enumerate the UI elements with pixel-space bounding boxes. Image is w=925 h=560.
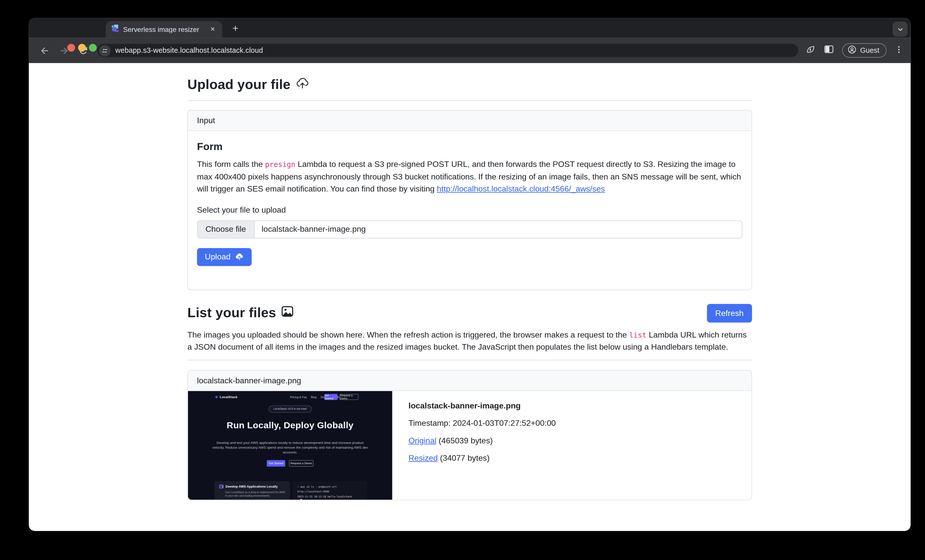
thumb-nav-pricing: Pricing & Faq bbox=[290, 396, 307, 399]
browser-tab[interactable]: Serverless image resizer ✕ bbox=[106, 21, 223, 38]
file-input-value: localstack-banner-image.png bbox=[255, 221, 373, 238]
divider bbox=[187, 360, 752, 360]
list-heading-text: List your files bbox=[187, 305, 276, 321]
resized-row: Resized (34077 bytes) bbox=[408, 454, 556, 462]
thumb-version-badge: LocalStack v3.0 is out now! bbox=[269, 405, 312, 412]
profile-chip[interactable]: Guest bbox=[842, 43, 887, 57]
page-container: Upload your file Input Form This form ca bbox=[187, 63, 752, 500]
thumb-brand-text: LocalStack bbox=[220, 395, 238, 398]
file-card-header: localstack-banner-image.png bbox=[188, 370, 751, 391]
thumb-terminal-line1: > aws s3 ls --endpoint-url http://localh… bbox=[297, 484, 363, 494]
file-card: localstack-banner-image.png bbox=[187, 370, 752, 500]
window-close-button[interactable] bbox=[67, 44, 75, 51]
file-thumbnail[interactable]: LocalStack Pricing & Faq Blog Docs Sign … bbox=[188, 391, 392, 500]
cloud-arrow-up-icon bbox=[295, 76, 309, 93]
ses-link[interactable]: http://localhost.localstack.cloud:4566/_… bbox=[437, 185, 605, 194]
resized-size: (34077 bytes) bbox=[438, 453, 490, 462]
thumb-feature-text: Use LocalStack as a drop-in replacement … bbox=[225, 491, 286, 498]
window-minimize-button[interactable] bbox=[78, 44, 86, 51]
file-name: localstack-banner-image.png bbox=[408, 401, 556, 410]
window-zoom-button[interactable] bbox=[89, 44, 97, 51]
upload-heading: Upload your file bbox=[187, 76, 752, 93]
input-card-body: Form This form calls the presign Lambda … bbox=[188, 131, 751, 289]
original-link[interactable]: Original bbox=[408, 436, 436, 445]
form-title: Form bbox=[197, 141, 743, 153]
browser-toolbar: webapp.s3-website.localhost.localstack.c… bbox=[29, 38, 911, 63]
file-card-body: LocalStack Pricing & Faq Blog Docs Sign … bbox=[188, 391, 751, 500]
thumb-navbar: LocalStack Pricing & Faq Blog Docs Sign … bbox=[188, 391, 392, 403]
tab-close-icon[interactable]: ✕ bbox=[208, 25, 217, 34]
site-info-icon[interactable] bbox=[99, 45, 110, 56]
url-text: webapp.s3-website.localhost.localstack.c… bbox=[115, 46, 263, 54]
thumb-request-demo-button: Request a Demo bbox=[339, 394, 359, 400]
menu-kebab-icon[interactable] bbox=[894, 45, 903, 56]
list-heading: List your files bbox=[187, 305, 294, 321]
thumb-cta-request-demo: Request a Demo bbox=[289, 460, 313, 467]
image-icon bbox=[281, 305, 294, 321]
browser-window: Serverless image resizer ✕ + bbox=[29, 18, 911, 531]
battery-saver-leaf-icon[interactable] bbox=[805, 44, 816, 57]
upload-button[interactable]: Upload bbox=[197, 248, 252, 266]
refresh-button-label: Refresh bbox=[715, 309, 744, 318]
file-input[interactable]: Choose file localstack-banner-image.png bbox=[197, 220, 743, 238]
tab-title: Serverless image resizer bbox=[123, 26, 208, 33]
input-card: Input Form This form calls the presign L… bbox=[187, 110, 752, 290]
web-content: Upload your file Input Form This form ca bbox=[29, 63, 911, 531]
thumb-terminal-line3: > bbox=[297, 499, 363, 500]
tab-strip: Serverless image resizer ✕ + bbox=[29, 18, 911, 38]
form-desc-text-1: This form calls the bbox=[197, 160, 265, 169]
guest-avatar-icon bbox=[848, 45, 857, 56]
refresh-button[interactable]: Refresh bbox=[707, 304, 752, 322]
tab-search-chevron-icon[interactable] bbox=[893, 22, 908, 37]
list-description: The images you uploaded should be shown … bbox=[187, 329, 752, 354]
resized-link[interactable]: Resized bbox=[408, 453, 438, 462]
screenshot-stage: Serverless image resizer ✕ + bbox=[0, 0, 925, 560]
file-timestamp: Timestamp: 2024-01-03T07:27:52+00:00 bbox=[408, 419, 556, 427]
toolbar-right-icons: Guest bbox=[805, 43, 903, 57]
list-code: list bbox=[629, 331, 646, 339]
list-desc-text-1: The images you uploaded should be shown … bbox=[187, 330, 629, 339]
list-heading-row: List your files Refresh bbox=[187, 304, 752, 322]
thumb-nav-blog: Blog bbox=[311, 396, 316, 399]
choose-file-button[interactable]: Choose file bbox=[197, 221, 255, 238]
thumb-terminal-line2: 2023-11-15 10:12:18 hello-localstack bbox=[297, 494, 363, 499]
upload-button-label: Upload bbox=[205, 252, 230, 261]
original-row: Original (465039 bytes) bbox=[408, 437, 556, 445]
thumb-feature-card: Develop AWS Applications Locally Use Loc… bbox=[214, 481, 290, 500]
new-tab-button[interactable]: + bbox=[228, 21, 243, 37]
thumb-feature-icon bbox=[219, 484, 223, 488]
thumb-hero-title: Run Locally, Deploy Globally bbox=[188, 420, 392, 430]
form-description: This form calls the presign Lambda to re… bbox=[197, 159, 743, 196]
original-size: (465039 bytes) bbox=[436, 436, 493, 445]
thumb-cta-row: Get Started Request a Demo bbox=[188, 460, 392, 467]
thumb-cta-get-started: Get Started bbox=[267, 460, 285, 467]
thumbnail-column: LocalStack Pricing & Faq Blog Docs Sign … bbox=[188, 391, 393, 500]
upload-heading-text: Upload your file bbox=[187, 77, 291, 92]
thumb-hero-description: Develop and test your AWS applications l… bbox=[211, 440, 369, 455]
select-file-label: Select your file to upload bbox=[197, 205, 743, 214]
cloud-upload-fill-icon bbox=[235, 251, 244, 262]
favicon-localstack-icon bbox=[111, 24, 119, 35]
thumb-get-started-button: Get Started bbox=[324, 394, 337, 400]
input-card-header: Input bbox=[188, 111, 751, 131]
thumb-localstack-logo: LocalStack bbox=[214, 394, 238, 399]
back-icon[interactable] bbox=[39, 45, 50, 56]
url-bar[interactable]: webapp.s3-website.localhost.localstack.c… bbox=[97, 44, 798, 57]
side-panel-icon[interactable] bbox=[823, 44, 834, 57]
profile-label: Guest bbox=[860, 46, 880, 54]
thumb-terminal-card: > aws s3 ls --endpoint-url http://localh… bbox=[292, 481, 367, 500]
thumb-feature-title: Develop AWS Applications Locally bbox=[226, 485, 277, 488]
thumb-terminal-cursor bbox=[300, 499, 302, 500]
presign-code: presign bbox=[265, 160, 295, 169]
divider bbox=[187, 100, 752, 101]
file-details: localstack-banner-image.png Timestamp: 2… bbox=[393, 391, 571, 500]
